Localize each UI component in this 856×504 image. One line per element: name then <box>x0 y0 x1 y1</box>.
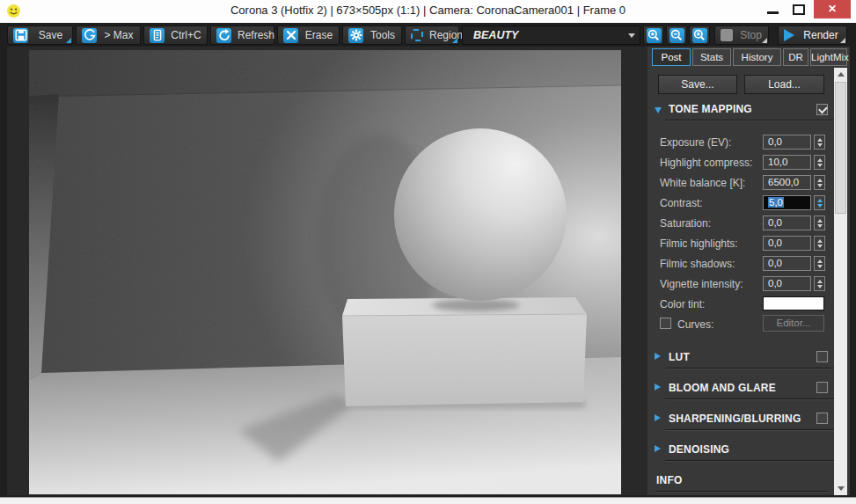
stop-icon <box>721 29 733 41</box>
channel-value: BEAUTY <box>463 29 624 41</box>
section-denoising: DENOISING <box>647 443 834 461</box>
white-balance-spinner[interactable] <box>814 175 825 190</box>
color-tint-swatch[interactable] <box>763 296 824 310</box>
panel-scrollbar[interactable] <box>834 68 847 495</box>
row-saturation: Saturation: 0,0 <box>647 215 834 231</box>
config-save-button[interactable]: Save... <box>658 75 737 94</box>
row-color-tint: Color tint: <box>647 296 834 312</box>
highlight-compress-input[interactable]: 10,0 <box>763 155 811 170</box>
scroll-up-button[interactable] <box>834 68 847 81</box>
section-title[interactable]: TONE MAPPING <box>669 103 752 115</box>
floppy-icon <box>13 28 28 43</box>
title-bar: Corona 3 (Hotfix 2) | 673×505px (1:1) | … <box>0 0 856 23</box>
filmic-shadows-input[interactable]: 0,0 <box>763 256 811 271</box>
menu-corner-icon <box>452 38 457 43</box>
highlight-compress-spinner[interactable] <box>814 155 825 170</box>
curves-checkbox[interactable] <box>660 318 671 329</box>
sharpening-enable-checkbox[interactable] <box>816 413 828 424</box>
lut-enable-checkbox[interactable] <box>816 351 828 362</box>
maximize-button[interactable] <box>793 4 805 15</box>
vignette-spinner[interactable] <box>814 276 825 291</box>
zoom-reset-icon <box>692 28 707 43</box>
saturation-input[interactable]: 0,0 <box>763 215 811 230</box>
tab-history[interactable]: History <box>733 48 781 66</box>
refresh-icon <box>216 28 231 43</box>
expand-arrow-icon[interactable] <box>655 445 661 452</box>
filmic-highlights-input[interactable]: 0,0 <box>763 236 811 251</box>
toolbar: Save > Max <box>0 24 856 47</box>
contrast-spinner[interactable] <box>814 195 825 210</box>
erase-button[interactable]: Erase <box>277 26 340 45</box>
divider <box>665 398 834 399</box>
section-info: INFO <box>647 474 834 492</box>
row-exposure: Exposure (EV): 0,0 <box>647 135 834 150</box>
max-button[interactable]: > Max <box>76 26 141 45</box>
section-bloom-glare: BLOOM AND GLARE <box>647 382 834 399</box>
tab-stats[interactable]: Stats <box>692 48 731 66</box>
expand-arrow-icon[interactable] <box>655 383 661 391</box>
tab-lightmix[interactable]: LightMix <box>810 48 847 66</box>
section-title[interactable]: LUT <box>669 351 690 363</box>
row-filmic-highlights: Filmic highlights: 0,0 <box>647 236 834 252</box>
section-title: INFO <box>656 474 682 486</box>
saturation-spinner[interactable] <box>814 215 825 230</box>
section-title[interactable]: BLOOM AND GLARE <box>669 382 776 394</box>
menu-corner-icon <box>66 38 71 43</box>
copy-button[interactable]: Ctrl+C <box>143 26 208 45</box>
zoom-out-button[interactable] <box>666 26 687 45</box>
stop-button[interactable]: Stop <box>714 26 769 45</box>
divider <box>665 460 834 461</box>
channel-select[interactable]: BEAUTY <box>462 26 640 45</box>
divider <box>665 429 834 430</box>
section-tone-mapping: TONE MAPPING <box>647 103 834 121</box>
zoom-out-icon <box>669 28 684 43</box>
render-button[interactable]: Render <box>778 26 847 45</box>
curves-editor-button[interactable]: Editor... <box>763 315 824 332</box>
window-bottom-edge <box>0 497 856 504</box>
scroll-down-button[interactable] <box>834 482 847 495</box>
scrollbar-thumb[interactable] <box>835 82 846 214</box>
app-area: Save > Max <box>0 23 856 497</box>
section-title[interactable]: SHARPENING/BLURRING <box>669 413 801 425</box>
exposure-input[interactable]: 0,0 <box>763 135 811 150</box>
divider <box>665 120 834 121</box>
tab-dr[interactable]: DR <box>783 48 808 66</box>
play-icon <box>784 29 794 41</box>
corona-vfb-window: Corona 3 (Hotfix 2) | 673×505px (1:1) | … <box>0 0 856 504</box>
render-viewport <box>7 47 647 495</box>
expand-arrow-icon[interactable] <box>655 353 661 360</box>
expand-arrow-icon[interactable] <box>655 414 661 421</box>
render-image[interactable] <box>29 50 621 494</box>
gear-icon <box>348 28 363 43</box>
close-button[interactable]: ✕ <box>814 0 851 18</box>
minimize-button[interactable] <box>767 11 779 14</box>
chevron-up-icon <box>838 72 845 77</box>
region-button[interactable]: Region <box>405 26 459 45</box>
window-title: Corona 3 (Hotfix 2) | 673×505px (1:1) | … <box>0 4 856 17</box>
section-title[interactable]: DENOISING <box>669 443 729 456</box>
bloom-enable-checkbox[interactable] <box>816 382 828 393</box>
row-contrast: Contrast: 5,0 <box>647 195 834 211</box>
filmic-highlights-spinner[interactable] <box>814 236 825 251</box>
divider <box>656 491 828 492</box>
save-button[interactable]: Save <box>7 26 73 45</box>
exposure-spinner[interactable] <box>814 135 825 150</box>
config-load-button[interactable]: Load... <box>744 75 824 94</box>
menu-corner-icon <box>762 38 767 43</box>
filmic-shadows-spinner[interactable] <box>814 256 825 271</box>
collapse-arrow-icon[interactable] <box>655 107 662 113</box>
refresh-button[interactable]: Refresh <box>210 26 274 45</box>
vignette-input[interactable]: 0,0 <box>763 276 811 291</box>
zoom-in-button[interactable] <box>643 26 664 45</box>
tools-button[interactable]: Tools <box>342 26 402 45</box>
zoom-in-icon <box>647 28 662 43</box>
contrast-input[interactable]: 5,0 <box>763 195 811 210</box>
white-balance-input[interactable]: 6500,0 <box>763 175 811 190</box>
copy-icon <box>150 28 165 43</box>
section-lut: LUT <box>647 351 834 369</box>
tone-mapping-enable-checkbox[interactable] <box>816 104 828 115</box>
corona-logo-icon <box>82 28 97 43</box>
zoom-reset-button[interactable] <box>689 26 710 45</box>
row-highlight-compress: Highlight compress: 10,0 <box>647 155 834 171</box>
tab-post[interactable]: Post <box>652 48 691 66</box>
